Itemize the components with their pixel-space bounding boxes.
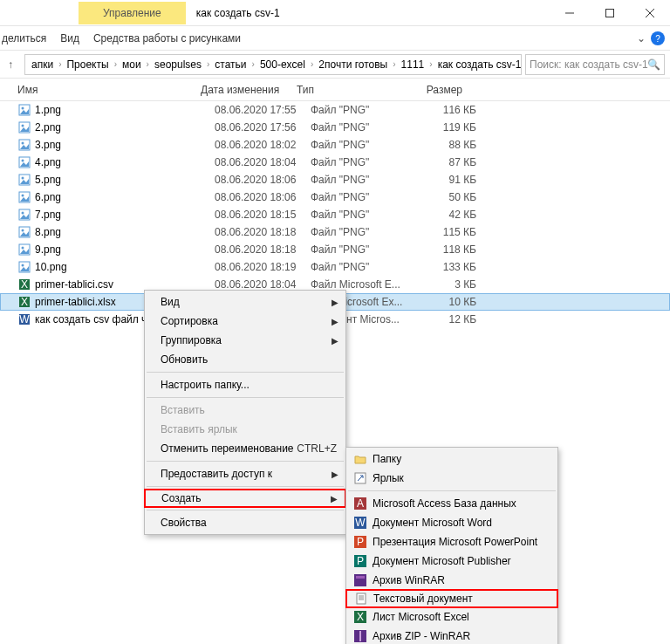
breadcrumb-item[interactable]: апки <box>29 58 56 71</box>
submenu-item[interactable]: XЛист Microsoft Excel <box>346 607 557 627</box>
ctx-share-access[interactable]: Предоставить доступ к▶ <box>145 464 345 483</box>
search-input[interactable]: Поиск: как создать csv-1 🔍 <box>525 54 665 75</box>
breadcrumb-separator-icon: › <box>308 59 316 69</box>
breadcrumb-item[interactable]: статьи <box>212 58 249 71</box>
file-name: 8.png <box>35 226 215 238</box>
submenu-item[interactable]: PДокумент Microsoft Publisher <box>346 552 557 571</box>
ctx-customize-folder[interactable]: Настроить папку... <box>145 375 345 394</box>
file-size: 12 КБ <box>415 313 476 325</box>
maximize-button[interactable] <box>590 0 630 26</box>
help-icon[interactable]: ? <box>651 31 665 45</box>
submenu-item[interactable]: Ярлык <box>346 469 557 488</box>
ctx-create[interactable]: Создать▶ <box>144 489 346 508</box>
file-name: 1.png <box>35 104 215 116</box>
ctx-refresh[interactable]: Обновить <box>145 350 345 369</box>
svg-point-7 <box>22 125 24 127</box>
file-icon <box>17 208 31 222</box>
file-name: 3.png <box>35 139 215 151</box>
shortcut-icon <box>353 471 367 485</box>
submenu-label: Презентация Microsoft PowerPoint <box>373 536 537 548</box>
file-date: 08.06.2020 18:19 <box>215 261 311 273</box>
file-size: 42 КБ <box>415 209 476 221</box>
breadcrumb-item[interactable]: мои <box>120 58 144 71</box>
breadcrumb-item[interactable]: Проекты <box>64 58 111 71</box>
ctx-sort[interactable]: Сортировка▶ <box>145 312 345 331</box>
breadcrumb-item[interactable]: 1111 <box>399 58 427 71</box>
submenu-item[interactable]: PПрезентация Microsoft PowerPoint <box>346 532 557 552</box>
submenu-label: Архив WinRAR <box>373 574 445 586</box>
file-row[interactable]: 4.png08.06.2020 18:04Файл "PNG"87 КБ <box>0 154 670 171</box>
file-type: Файл "PNG" <box>311 139 415 151</box>
chevron-right-icon: ▶ <box>332 317 338 326</box>
file-icon <box>17 260 31 274</box>
breadcrumb-item[interactable]: 500-excel <box>257 58 308 71</box>
submenu-item[interactable]: WДокумент Microsoft Word <box>346 513 557 532</box>
column-type[interactable]: Тип <box>297 84 401 96</box>
column-size[interactable]: Размер <box>401 84 462 96</box>
svg-rect-41 <box>357 593 366 604</box>
file-type: Файл Microsoft E... <box>311 278 415 291</box>
ctx-properties[interactable]: Свойства <box>145 513 345 532</box>
chevron-right-icon: ▶ <box>332 469 338 479</box>
excel-icon: X <box>353 610 367 624</box>
submenu-item[interactable]: Текстовый документ <box>345 589 558 608</box>
file-row[interactable]: 3.png08.06.2020 18:02Файл "PNG"88 КБ <box>0 136 670 154</box>
file-row[interactable]: 5.png08.06.2020 18:06Файл "PNG"91 КБ <box>0 171 670 188</box>
file-type: Файл "PNG" <box>311 121 415 134</box>
file-date: 08.06.2020 18:15 <box>215 209 311 221</box>
svg-rect-1 <box>606 9 614 17</box>
menu-share[interactable]: делиться <box>2 32 46 45</box>
file-icon: W <box>17 312 31 326</box>
breadcrumb-item[interactable]: как создать csv-1 <box>435 58 522 71</box>
submenu-label: Документ Microsoft Word <box>373 517 492 529</box>
breadcrumb[interactable]: апки›Проекты›мои›seopulses›статьи›500-ex… <box>24 54 522 75</box>
svg-rect-40 <box>356 576 365 579</box>
file-type: Файл "PNG" <box>311 191 415 203</box>
file-row[interactable]: 1.png08.06.2020 17:55Файл "PNG"116 КБ <box>0 101 670 119</box>
ctx-group[interactable]: Группировка▶ <box>145 331 345 350</box>
file-icon <box>17 173 31 187</box>
svg-point-15 <box>22 195 24 197</box>
separator <box>147 397 344 398</box>
ribbon-tab-manage[interactable]: Управление <box>79 2 186 24</box>
submenu-item[interactable]: Архив ZIP - WinRAR <box>346 627 557 644</box>
minimize-button[interactable] <box>550 0 590 26</box>
file-row[interactable]: 7.png08.06.2020 18:15Файл "PNG"42 КБ <box>0 206 670 223</box>
create-submenu: ПапкуЯрлыкAMicrosoft Access База данныхW… <box>345 447 558 644</box>
file-name: primer-tablici.csv <box>35 278 215 291</box>
ribbon-subtitle[interactable]: Средства работы с рисунками <box>93 32 241 45</box>
submenu-item[interactable]: Архив WinRAR <box>346 571 557 590</box>
ctx-view[interactable]: Вид▶ <box>145 292 345 312</box>
column-date[interactable]: Дата изменения <box>201 84 297 96</box>
rar-icon <box>353 573 367 587</box>
separator <box>147 461 344 462</box>
file-icon <box>17 243 31 257</box>
file-name: 6.png <box>35 191 215 203</box>
file-size: 50 КБ <box>415 191 476 203</box>
breadcrumb-item[interactable]: seopulses <box>152 58 204 71</box>
file-row[interactable]: 2.png08.06.2020 17:56Файл "PNG"119 КБ <box>0 119 670 136</box>
nav-up-icon[interactable]: ↑ <box>0 58 21 71</box>
column-name[interactable]: Имя <box>0 84 201 96</box>
file-icon <box>17 120 31 134</box>
file-row[interactable]: 6.png08.06.2020 18:06Файл "PNG"50 КБ <box>0 188 670 206</box>
menu-view[interactable]: Вид <box>60 32 79 45</box>
breadcrumb-item[interactable]: 2почти готовы <box>316 58 390 71</box>
folder-icon <box>353 452 367 466</box>
file-row[interactable]: 9.png08.06.2020 18:18Файл "PNG"118 КБ <box>0 241 670 258</box>
file-row[interactable]: 10.png08.06.2020 18:19Файл "PNG"133 КБ <box>0 258 670 276</box>
file-row[interactable]: 8.png08.06.2020 18:18Файл "PNG"115 КБ <box>0 223 670 241</box>
svg-text:W: W <box>355 517 366 529</box>
chevron-right-icon: ▶ <box>332 298 338 307</box>
ribbon-expand-icon[interactable]: ⌄ <box>637 32 646 45</box>
submenu-item[interactable]: AMicrosoft Access База данных <box>346 494 557 513</box>
svg-point-9 <box>22 142 24 145</box>
submenu-item[interactable]: Папку <box>346 449 557 469</box>
file-name: 7.png <box>35 209 215 221</box>
file-size: 133 КБ <box>415 261 476 273</box>
file-icon <box>17 190 31 204</box>
close-button[interactable] <box>630 0 670 26</box>
file-type: Файл "PNG" <box>311 243 415 256</box>
ctx-undo-rename[interactable]: Отменить переименованиеCTRL+Z <box>145 439 345 458</box>
svg-point-19 <box>22 230 24 232</box>
